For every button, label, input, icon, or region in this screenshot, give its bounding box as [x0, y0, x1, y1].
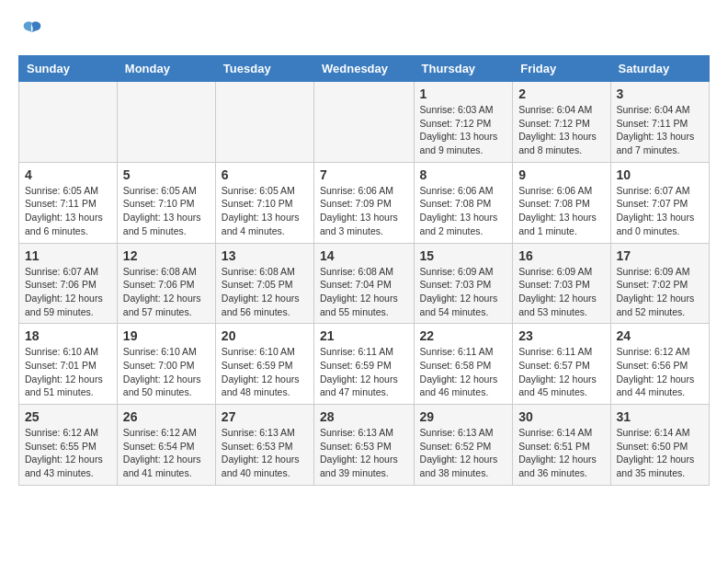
calendar-cell: 27Sunrise: 6:13 AM Sunset: 6:53 PM Dayli…: [215, 405, 313, 486]
calendar-cell: 28Sunrise: 6:13 AM Sunset: 6:53 PM Dayli…: [314, 405, 415, 486]
calendar-cell: 24Sunrise: 6:12 AM Sunset: 6:56 PM Dayli…: [610, 324, 709, 405]
day-info: Sunrise: 6:12 AM Sunset: 6:54 PM Dayligh…: [123, 426, 210, 480]
day-info: Sunrise: 6:06 AM Sunset: 7:08 PM Dayligh…: [420, 184, 507, 238]
logo-icon: [18, 18, 46, 46]
day-number: 20: [222, 328, 308, 343]
day-number: 7: [320, 167, 408, 182]
day-info: Sunrise: 6:13 AM Sunset: 6:53 PM Dayligh…: [222, 426, 308, 480]
day-info: Sunrise: 6:04 AM Sunset: 7:12 PM Dayligh…: [518, 103, 604, 157]
day-number: 2: [518, 86, 604, 101]
day-info: Sunrise: 6:10 AM Sunset: 7:01 PM Dayligh…: [25, 345, 111, 399]
day-number: 27: [222, 409, 308, 424]
calendar-cell: 26Sunrise: 6:12 AM Sunset: 6:54 PM Dayli…: [117, 405, 215, 486]
day-info: Sunrise: 6:05 AM Sunset: 7:10 PM Dayligh…: [222, 184, 308, 238]
day-number: 3: [617, 86, 703, 101]
weekday-header-tuesday: Tuesday: [215, 56, 313, 82]
calendar-week-row: 11Sunrise: 6:07 AM Sunset: 7:06 PM Dayli…: [19, 243, 710, 324]
day-number: 21: [320, 328, 408, 343]
calendar-cell: 30Sunrise: 6:14 AM Sunset: 6:51 PM Dayli…: [513, 405, 610, 486]
day-info: Sunrise: 6:09 AM Sunset: 7:03 PM Dayligh…: [420, 265, 507, 319]
day-number: 24: [617, 328, 703, 343]
calendar-week-row: 4Sunrise: 6:05 AM Sunset: 7:11 PM Daylig…: [19, 162, 710, 243]
day-info: Sunrise: 6:08 AM Sunset: 7:06 PM Dayligh…: [123, 265, 210, 319]
day-info: Sunrise: 6:12 AM Sunset: 6:56 PM Dayligh…: [617, 345, 703, 399]
day-number: 17: [617, 248, 703, 263]
calendar-cell: 31Sunrise: 6:14 AM Sunset: 6:50 PM Dayli…: [610, 405, 709, 486]
logo: [18, 18, 51, 46]
calendar-cell: 13Sunrise: 6:08 AM Sunset: 7:05 PM Dayli…: [215, 243, 313, 324]
day-info: Sunrise: 6:07 AM Sunset: 7:06 PM Dayligh…: [25, 265, 111, 319]
calendar-week-row: 18Sunrise: 6:10 AM Sunset: 7:01 PM Dayli…: [19, 324, 710, 405]
calendar-cell: 15Sunrise: 6:09 AM Sunset: 7:03 PM Dayli…: [414, 243, 513, 324]
day-info: Sunrise: 6:07 AM Sunset: 7:07 PM Dayligh…: [617, 184, 703, 238]
day-number: 15: [420, 248, 507, 263]
weekday-header-sunday: Sunday: [19, 56, 118, 82]
calendar-cell: 11Sunrise: 6:07 AM Sunset: 7:06 PM Dayli…: [19, 243, 118, 324]
weekday-header-thursday: Thursday: [414, 56, 513, 82]
calendar-cell: 22Sunrise: 6:11 AM Sunset: 6:58 PM Dayli…: [414, 324, 513, 405]
day-info: Sunrise: 6:09 AM Sunset: 7:03 PM Dayligh…: [518, 265, 604, 319]
day-number: 11: [25, 248, 111, 263]
calendar-cell: 1Sunrise: 6:03 AM Sunset: 7:12 PM Daylig…: [414, 82, 513, 163]
day-info: Sunrise: 6:05 AM Sunset: 7:11 PM Dayligh…: [25, 184, 111, 238]
calendar-table: SundayMondayTuesdayWednesdayThursdayFrid…: [18, 55, 710, 486]
day-info: Sunrise: 6:14 AM Sunset: 6:50 PM Dayligh…: [617, 426, 703, 480]
day-number: 5: [123, 167, 210, 182]
calendar-cell: 5Sunrise: 6:05 AM Sunset: 7:10 PM Daylig…: [117, 162, 215, 243]
calendar-cell: 17Sunrise: 6:09 AM Sunset: 7:02 PM Dayli…: [610, 243, 709, 324]
calendar-cell: 3Sunrise: 6:04 AM Sunset: 7:11 PM Daylig…: [610, 82, 709, 163]
day-info: Sunrise: 6:08 AM Sunset: 7:04 PM Dayligh…: [320, 265, 408, 319]
calendar-cell: [215, 82, 313, 163]
day-info: Sunrise: 6:11 AM Sunset: 6:59 PM Dayligh…: [320, 345, 408, 399]
day-info: Sunrise: 6:04 AM Sunset: 7:11 PM Dayligh…: [617, 103, 703, 157]
day-number: 30: [518, 409, 604, 424]
day-number: 25: [25, 409, 111, 424]
calendar-cell: 29Sunrise: 6:13 AM Sunset: 6:52 PM Dayli…: [414, 405, 513, 486]
day-number: 1: [420, 86, 507, 101]
day-info: Sunrise: 6:11 AM Sunset: 6:58 PM Dayligh…: [420, 345, 507, 399]
day-number: 19: [123, 328, 210, 343]
day-number: 14: [320, 248, 408, 263]
day-info: Sunrise: 6:12 AM Sunset: 6:55 PM Dayligh…: [25, 426, 111, 480]
day-number: 13: [222, 248, 308, 263]
page-header: [18, 18, 710, 46]
day-info: Sunrise: 6:13 AM Sunset: 6:53 PM Dayligh…: [320, 426, 408, 480]
weekday-header-friday: Friday: [513, 56, 610, 82]
day-number: 18: [25, 328, 111, 343]
day-info: Sunrise: 6:06 AM Sunset: 7:08 PM Dayligh…: [518, 184, 604, 238]
day-number: 12: [123, 248, 210, 263]
weekday-header-wednesday: Wednesday: [314, 56, 415, 82]
calendar-cell: 20Sunrise: 6:10 AM Sunset: 6:59 PM Dayli…: [215, 324, 313, 405]
day-info: Sunrise: 6:13 AM Sunset: 6:52 PM Dayligh…: [420, 426, 507, 480]
day-info: Sunrise: 6:11 AM Sunset: 6:57 PM Dayligh…: [518, 345, 604, 399]
weekday-header-saturday: Saturday: [610, 56, 709, 82]
day-number: 10: [617, 167, 703, 182]
calendar-cell: 4Sunrise: 6:05 AM Sunset: 7:11 PM Daylig…: [19, 162, 118, 243]
day-number: 16: [518, 248, 604, 263]
day-info: Sunrise: 6:14 AM Sunset: 6:51 PM Dayligh…: [518, 426, 604, 480]
calendar-cell: 25Sunrise: 6:12 AM Sunset: 6:55 PM Dayli…: [19, 405, 118, 486]
day-number: 31: [617, 409, 703, 424]
calendar-cell: 9Sunrise: 6:06 AM Sunset: 7:08 PM Daylig…: [513, 162, 610, 243]
day-info: Sunrise: 6:09 AM Sunset: 7:02 PM Dayligh…: [617, 265, 703, 319]
day-info: Sunrise: 6:05 AM Sunset: 7:10 PM Dayligh…: [123, 184, 210, 238]
day-number: 8: [420, 167, 507, 182]
calendar-cell: 18Sunrise: 6:10 AM Sunset: 7:01 PM Dayli…: [19, 324, 118, 405]
day-info: Sunrise: 6:06 AM Sunset: 7:09 PM Dayligh…: [320, 184, 408, 238]
calendar-cell: 6Sunrise: 6:05 AM Sunset: 7:10 PM Daylig…: [215, 162, 313, 243]
day-info: Sunrise: 6:03 AM Sunset: 7:12 PM Dayligh…: [420, 103, 507, 157]
calendar-cell: 16Sunrise: 6:09 AM Sunset: 7:03 PM Dayli…: [513, 243, 610, 324]
calendar-week-row: 1Sunrise: 6:03 AM Sunset: 7:12 PM Daylig…: [19, 82, 710, 163]
day-number: 22: [420, 328, 507, 343]
calendar-cell: 7Sunrise: 6:06 AM Sunset: 7:09 PM Daylig…: [314, 162, 415, 243]
calendar-cell: 21Sunrise: 6:11 AM Sunset: 6:59 PM Dayli…: [314, 324, 415, 405]
bird-icon: [18, 18, 46, 46]
calendar-cell: 2Sunrise: 6:04 AM Sunset: 7:12 PM Daylig…: [513, 82, 610, 163]
day-number: 28: [320, 409, 408, 424]
calendar-cell: 12Sunrise: 6:08 AM Sunset: 7:06 PM Dayli…: [117, 243, 215, 324]
calendar-cell: 14Sunrise: 6:08 AM Sunset: 7:04 PM Dayli…: [314, 243, 415, 324]
day-number: 4: [25, 167, 111, 182]
day-info: Sunrise: 6:10 AM Sunset: 7:00 PM Dayligh…: [123, 345, 210, 399]
calendar-cell: 23Sunrise: 6:11 AM Sunset: 6:57 PM Dayli…: [513, 324, 610, 405]
day-number: 29: [420, 409, 507, 424]
